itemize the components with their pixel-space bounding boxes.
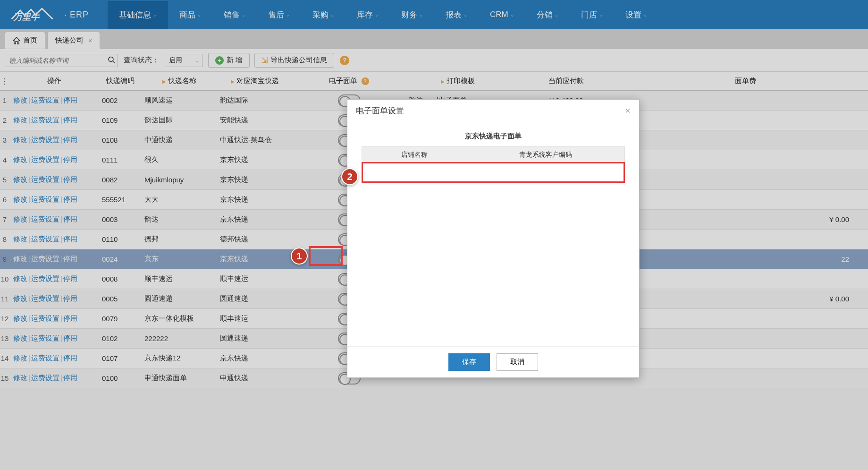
modal-col-shop: 店铺名称 <box>362 147 467 163</box>
modal-title: 电子面单设置 <box>356 105 404 116</box>
modal-col-code: 青龙系统客户编码 <box>467 147 624 163</box>
modal-footer: 保存 取消 <box>347 346 639 377</box>
annotation-badge-2: 2 <box>341 168 358 185</box>
close-icon[interactable]: × <box>625 105 631 116</box>
modal-table: 店铺名称 青龙系统客户编码 <box>362 146 625 163</box>
annotation-box-2 <box>362 162 625 183</box>
annotation-badge-1: 1 <box>291 248 308 265</box>
modal-body: 京东快递电子面单 店铺名称 青龙系统客户编码 <box>347 122 639 346</box>
cancel-button[interactable]: 取消 <box>497 353 538 371</box>
save-button[interactable]: 保存 <box>448 353 490 371</box>
annotation-box-1 <box>309 246 343 266</box>
modal-subtitle: 京东快递电子面单 <box>362 132 625 141</box>
ewaybill-modal: 电子面单设置 × 京东快递电子面单 店铺名称 青龙系统客户编码 保存 取消 <box>347 99 640 378</box>
modal-header: 电子面单设置 × <box>347 100 639 122</box>
